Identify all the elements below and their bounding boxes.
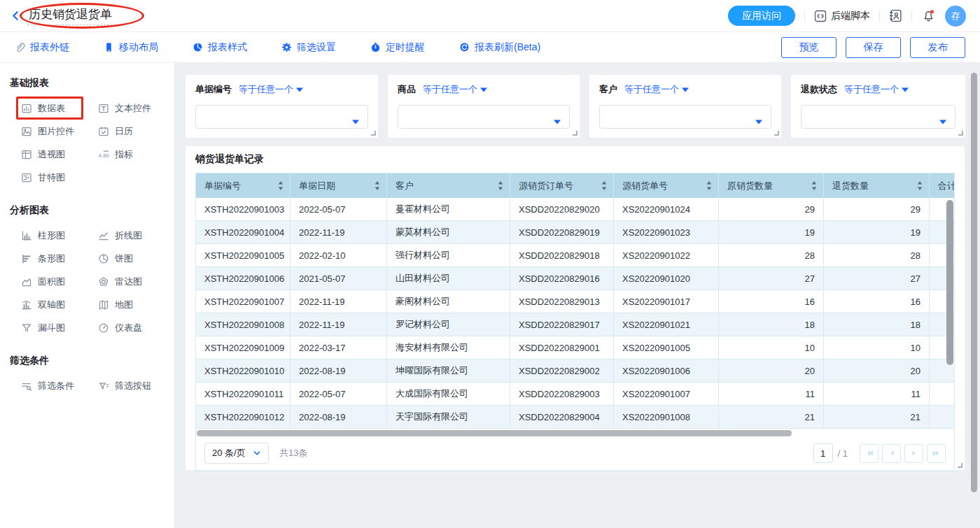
sidebar-item-gantt[interactable]: 甘特图 [21,166,98,189]
sort-icon[interactable] [498,181,503,190]
sort-icon[interactable] [811,181,817,190]
toolbar-actions: 预览 保存 发布 [781,37,965,58]
toolbar-item-link[interactable]: 报表外链 [15,41,69,54]
contacts-icon[interactable] [889,9,902,22]
table-cell: 18 [719,313,824,336]
main-area: 基础报表数据表文本控件图片控件日历透视图4,80指标甘特图分析图表柱形图折线图条… [0,63,980,528]
sidebar-item-pie-chart[interactable]: 饼图 [98,247,174,270]
table-cell: 10 [824,336,930,359]
table-cell: 21 [824,406,930,428]
sidebar-item-calendar[interactable]: 日历 [98,120,174,143]
table-cell: XSDD20220829017 [510,313,614,336]
table-column-header[interactable]: 客户 [387,173,510,198]
horizontal-scrollbar-thumb[interactable] [197,430,792,436]
sort-icon[interactable] [706,181,712,190]
filter-operator-dropdown[interactable]: 等于任意一个 [624,83,689,96]
page-input[interactable] [813,443,833,463]
resize-handle[interactable] [958,131,963,136]
sidebar-item-filter-condition[interactable]: 筛选条件 [21,374,98,397]
toolbar-item-pie[interactable]: 报表样式 [192,41,247,54]
resize-handle[interactable] [774,131,779,136]
save-button[interactable]: 保存 [846,37,901,58]
table-cell: XS20220901023 [614,221,719,243]
line-chart-icon [98,230,109,241]
page-scrollbar[interactable] [971,73,977,492]
filter-operator-dropdown[interactable]: 等于任意一个 [423,83,487,96]
table-cell: 27 [719,267,824,290]
sidebar-item-dual-axis[interactable]: 双轴图 [21,293,98,316]
toolbar-item-mobile[interactable]: 移动布局 [104,41,158,54]
sidebar-item-metric[interactable]: 4,80指标 [98,143,174,166]
sidebar-item-bar-chart[interactable]: 条形图 [21,247,98,270]
table-column-header[interactable]: 合计金 [930,173,955,198]
toolbar-item-refresh[interactable]: 报表刷新(Beta) [459,41,540,54]
table-vertical-scrollbar[interactable] [946,200,953,365]
table-cell: 20 [719,359,824,382]
table-row: XSTH202209010032022-05-07蔓霍材料公司XSDD20220… [196,198,955,221]
sidebar-item-text-widget[interactable]: 文本控件 [98,97,174,120]
filter-widget-1: 商品等于任意一个 [388,75,580,138]
sort-icon[interactable] [374,181,380,190]
table-cell: XS20220901005 [614,336,719,359]
table-cell: XS20220901006 [614,359,719,382]
prev-page-button[interactable] [882,444,901,463]
table-column-header[interactable]: 单据日期 [290,173,387,198]
filter-operator-dropdown[interactable]: 等于任意一个 [844,83,909,96]
preview-button[interactable]: 预览 [781,37,836,58]
table-column-header[interactable]: 退货数量 [824,173,930,198]
table-column-header[interactable]: 源销货订单号 [510,173,614,198]
table-cell: XSTH20220901006 [196,267,290,290]
sidebar-item-funnel-chart[interactable]: 漏斗图 [21,316,98,339]
app-access-button[interactable]: 应用访问 [728,6,795,26]
backend-script-button[interactable]: 后端脚本 [814,10,870,22]
filter-operator-dropdown[interactable]: 等于任意一个 [239,83,303,96]
table-column-header[interactable]: 源销货单号 [614,173,719,198]
last-page-button[interactable] [927,444,946,463]
toolbar-item-gear[interactable]: 筛选设置 [281,41,336,54]
table-column-header[interactable]: 单据编号 [196,173,290,198]
sidebar-item-pivot-table[interactable]: 透视图 [21,143,98,166]
sidebar-item-column-chart[interactable]: 柱形图 [21,224,98,247]
resize-handle[interactable] [573,131,578,136]
table-cell: XSTH20220901010 [196,359,290,382]
filter-condition-icon [21,380,32,392]
sidebar-item-gauge[interactable]: 仪表盘 [98,316,174,339]
sidebar-section-items: 筛选条件筛选按钮 [21,374,174,397]
sort-icon[interactable] [601,181,607,190]
sidebar-item-image-widget[interactable]: 图片控件 [21,120,98,143]
sidebar-item-map[interactable]: 地图 [98,293,174,316]
sidebar-item-radar-chart[interactable]: 雷达图 [98,270,174,293]
page-title[interactable]: 历史销货退货单 [27,6,116,25]
table-row: XSTH202209010102022-08-19坤曜国际有限公司XSDD202… [196,359,955,383]
toolbar-item-alarm[interactable]: 定时提醒 [370,41,425,54]
filter-value-select[interactable] [599,105,771,129]
table-cell: XSDD20220829019 [510,221,614,243]
sidebar-item-filter-button[interactable]: 筛选按钮 [98,374,174,397]
table-cell [930,383,955,405]
sort-icon[interactable] [278,181,284,190]
filter-value-select[interactable] [195,105,368,129]
resize-handle[interactable] [371,131,376,136]
sidebar-item-line-chart[interactable]: 折线图 [98,224,174,247]
table-cell: 2022-05-07 [290,383,387,405]
avatar[interactable]: 存 [945,6,966,27]
next-page-button[interactable] [904,444,923,463]
horizontal-scrollbar[interactable] [196,430,954,437]
sidebar-section-title: 基础报表 [10,77,174,90]
first-page-button[interactable] [860,444,878,463]
widget-sidebar: 基础报表数据表文本控件图片控件日历透视图4,80指标甘特图分析图表柱形图折线图条… [0,63,175,528]
page-size-select[interactable]: 20 条/页 [204,443,269,464]
sidebar-item-area-chart[interactable]: 面积图 [21,270,98,293]
table-cell: 19 [824,221,930,243]
filter-value-select[interactable] [801,105,955,129]
caret-down-icon [682,87,689,92]
filter-value-select[interactable] [398,105,570,129]
table-cell: XSDD20220829004 [510,406,614,428]
table-column-header[interactable]: 原销货数量 [719,173,824,198]
resize-handle[interactable] [958,463,962,468]
bell-icon[interactable] [921,8,936,23]
back-button[interactable] [10,10,22,22]
publish-button[interactable]: 发布 [910,37,965,58]
sort-icon[interactable] [917,181,923,190]
sidebar-item-data-table[interactable]: 数据表 [21,97,98,120]
